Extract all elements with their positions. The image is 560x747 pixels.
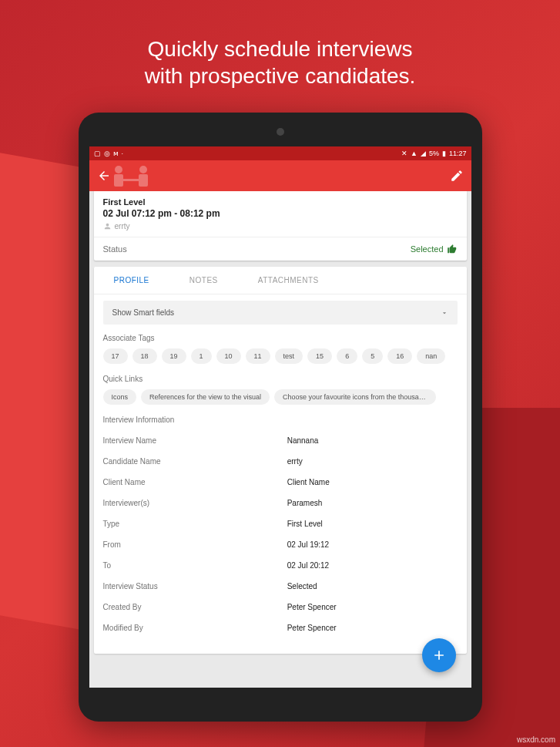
clock-text: 11:27 (449, 150, 467, 157)
mute-icon: ✕ (401, 150, 407, 157)
app-notif-icon: ᴍ (113, 150, 119, 157)
detail-card: PROFILE NOTES ATTACHMENTS Show Smart fie… (94, 267, 467, 654)
svg-point-0 (115, 166, 122, 173)
svg-rect-3 (139, 174, 148, 187)
info-row: Candidate Nameerrty (103, 451, 458, 472)
info-key: Interview Name (103, 436, 287, 445)
quick-links-label: Quick Links (103, 375, 458, 383)
sync-icon: ◎ (104, 150, 110, 157)
tag-chip[interactable]: test (275, 348, 303, 364)
signal-icon: ◢ (421, 150, 426, 157)
interview-silhouette-icon (109, 163, 153, 188)
info-row: From02 Jul 19:12 (103, 534, 458, 555)
headline-line1: Quickly schedule interviews (0, 35, 560, 62)
info-value: First Level (287, 520, 458, 528)
android-statusbar: ▢ ◎ ᴍ · ✕ ▲ ◢ 5% ▮ 11:27 (89, 146, 471, 160)
info-row: Interviewer(s)Paramesh (103, 493, 458, 513)
picture-icon: ▢ (94, 150, 101, 157)
info-value: Peter Spencer (287, 603, 458, 611)
info-key: From (103, 540, 287, 549)
info-row: Client NameClient Name (103, 472, 458, 493)
fab-add-button[interactable] (422, 638, 456, 672)
quick-links-container: IconsReferences for the view to the visu… (103, 389, 458, 405)
svg-rect-4 (123, 179, 139, 181)
interview-summary-card: First Level 02 Jul 07:12 pm - 08:12 pm e… (94, 190, 467, 261)
info-row: Interview StatusSelected (103, 576, 458, 597)
battery-icon: ▮ (442, 150, 446, 157)
info-key: Candidate Name (103, 457, 287, 466)
interview-level: First Level (103, 197, 458, 207)
more-notif-icon: · (122, 150, 124, 157)
wifi-icon: ▲ (411, 150, 417, 157)
watermark: wsxdn.com (517, 735, 555, 744)
info-value: Peter Spencer (287, 624, 458, 632)
status-row[interactable]: Status Selected (94, 237, 467, 261)
tablet-camera (277, 128, 284, 136)
plus-icon (431, 648, 447, 663)
quick-link-chip[interactable]: References for the view to the visual (141, 389, 270, 405)
info-value: 02 Jul 19:12 (287, 540, 458, 549)
info-value: Nannana (287, 436, 458, 445)
tab-bar: PROFILE NOTES ATTACHMENTS (94, 267, 467, 294)
chevron-down-icon (441, 309, 448, 317)
marketing-headline: Quickly schedule interviews with prospec… (0, 0, 560, 89)
info-key: Modified By (103, 624, 287, 632)
info-value: Selected (287, 582, 458, 591)
tag-chip[interactable]: 5 (362, 348, 383, 364)
quick-link-chip[interactable]: Icons (103, 389, 137, 405)
info-row: Interview NameNannana (103, 430, 458, 451)
battery-text: 5% (429, 150, 439, 157)
interview-time-range: 02 Jul 07:12 pm - 08:12 pm (103, 208, 458, 219)
interview-info-title: Interview Information (103, 416, 458, 424)
tab-profile[interactable]: PROFILE (94, 267, 169, 294)
candidate-name-small: errty (115, 222, 130, 230)
quick-link-chip[interactable]: Choose your favourite icons from the tho… (274, 389, 436, 405)
info-key: Client Name (103, 478, 287, 486)
info-key: Interviewer(s) (103, 499, 287, 507)
headline-line2: with prospective candidates. (0, 62, 560, 89)
smart-fields-dropdown[interactable]: Show Smart fields (103, 301, 458, 325)
thumbs-up-icon (447, 244, 458, 254)
tags-container: 17181911011test156516nan (103, 348, 458, 364)
info-list: Interview NameNannanaCandidate Nameerrty… (103, 430, 458, 638)
tab-attachments[interactable]: ATTACHMENTS (238, 267, 339, 294)
info-key: To (103, 561, 287, 570)
app-screen: ▢ ◎ ᴍ · ✕ ▲ ◢ 5% ▮ 11:27 First Level 02 … (89, 146, 471, 688)
info-row: Created ByPeter Spencer (103, 597, 458, 617)
tag-chip[interactable]: 10 (216, 348, 241, 364)
tab-notes[interactable]: NOTES (169, 267, 238, 294)
tag-chip[interactable]: 6 (337, 348, 357, 364)
status-value: Selected (411, 244, 444, 254)
tag-chip[interactable]: 16 (387, 348, 412, 364)
tag-chip[interactable]: 18 (132, 348, 157, 364)
info-row: Modified ByPeter Spencer (103, 617, 458, 638)
tag-chip[interactable]: 17 (103, 348, 128, 364)
tag-chip[interactable]: nan (417, 348, 445, 364)
status-label: Status (103, 244, 127, 254)
tag-chip[interactable]: 19 (162, 348, 186, 364)
info-key: Type (103, 520, 287, 528)
tablet-frame: ▢ ◎ ᴍ · ✕ ▲ ◢ 5% ▮ 11:27 First Level 02 … (79, 113, 482, 722)
info-value: errty (287, 457, 458, 466)
tag-chip[interactable]: 1 (191, 348, 212, 364)
tag-chip[interactable]: 15 (307, 348, 332, 364)
app-bar (89, 160, 471, 191)
info-value: Paramesh (287, 499, 458, 507)
info-value: Client Name (287, 478, 458, 486)
info-row: TypeFirst Level (103, 513, 458, 534)
tag-chip[interactable]: 11 (246, 348, 270, 364)
info-row: To02 Jul 20:12 (103, 555, 458, 576)
person-icon (103, 222, 112, 230)
info-key: Created By (103, 603, 287, 611)
info-key: Interview Status (103, 582, 287, 591)
info-value: 02 Jul 20:12 (287, 561, 458, 570)
associate-tags-label: Associate Tags (103, 334, 458, 342)
smart-fields-label: Show Smart fields (112, 308, 175, 317)
svg-rect-1 (114, 174, 123, 187)
svg-point-2 (139, 166, 147, 173)
edit-pencil-icon[interactable] (450, 169, 464, 183)
